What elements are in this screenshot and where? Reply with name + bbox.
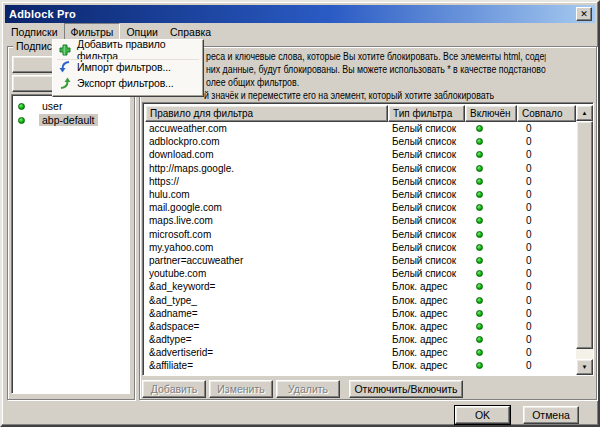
scrollbar-thumb[interactable] [576,121,593,349]
enabled-dot-icon [476,165,483,172]
table-row[interactable]: youtube.com Белый список 0 [145,267,576,280]
enabled-cell [465,228,517,241]
filter-type-cell: Блок. адрес [388,293,465,306]
toggle-button[interactable]: Отключить/Включить [349,380,463,398]
title-bar[interactable]: Adblock Pro ✕ [5,5,595,23]
filter-rule-cell: partner=accuweather [145,254,388,267]
menu-item-label: Импорт фильтров... [77,61,171,73]
filters-dropdown-menu: Добавить правило фильтра Импорт фильтров… [52,39,204,97]
info-text-line1: реса и ключевые слова, которые Вы хотите… [206,51,546,62]
filter-rule-cell: &affiliate= [145,359,388,372]
table-row[interactable]: &adname= Блок. адрес 0 [145,307,576,320]
filters-table: Правило для фильтра Тип фильтра Включён … [142,102,594,376]
subscriptions-list[interactable]: user abp-default [11,94,130,394]
table-row[interactable]: &adtype= Блок. адрес 0 [145,333,576,346]
filter-rule-cell: &ad_type_ [145,293,388,306]
table-row[interactable]: mail.google.com Белый список 0 [145,201,576,214]
cancel-button[interactable]: Отмена [523,406,579,424]
close-button[interactable]: ✕ [576,7,592,21]
filter-rule-cell: adblockpro.com [145,135,388,148]
add-filter-rule-icon [58,44,72,56]
enabled-cell [465,162,517,175]
menubar-item-label: Подписки [11,26,58,38]
filter-rule-cell: &adtype= [145,333,388,346]
filter-type-cell: Блок. адрес [388,373,465,375]
filter-type-cell: Белый список [388,188,465,201]
filter-rule-cell: hulu.com [145,188,388,201]
matched-cell: 0 [517,162,576,175]
enabled-dot-icon [476,217,483,224]
matched-cell: 0 [517,280,576,293]
enabled-cell [465,148,517,161]
header-filter-rule[interactable]: Правило для фильтра [145,105,388,122]
table-row[interactable]: &adspace= Блок. адрес 0 [145,320,576,333]
scroll-up-icon: ▲ [582,110,588,116]
filter-rule-cell: mail.google.com [145,201,388,214]
matched-cell: 0 [517,333,576,346]
table-row[interactable]: maps.live.com Белый список 0 [145,214,576,227]
table-row[interactable]: partner=accuweather Белый список 0 [145,254,576,267]
header-matched[interactable]: Совпало [517,105,576,122]
table-row[interactable]: microsoft.com Белый список 0 [145,228,576,241]
table-row[interactable]: &banner= Блок. адрес 0 [145,373,576,375]
scroll-up-button[interactable]: ▲ [576,105,593,121]
matched-cell: 0 [517,201,576,214]
subscription-list-item[interactable]: abp-default [12,113,129,127]
menubar-item-подписки[interactable]: Подписки [5,23,64,40]
menu-item-label: Экспорт фильтров... [77,77,174,89]
enabled-dot-icon [476,270,483,277]
table-row[interactable]: download.com Белый список 0 [145,148,576,161]
add-button[interactable]: Добавить [142,380,206,398]
menubar-item-label: Фильтры [71,26,114,38]
enabled-cell [465,333,517,346]
menu-item-export-filters[interactable]: Экспорт фильтров... [55,75,201,91]
matched-cell: 0 [517,228,576,241]
header-filter-type[interactable]: Тип фильтра [388,105,465,122]
matched-cell: 0 [517,188,576,201]
enabled-dot-icon [476,310,483,317]
subscription-label: abp-default [39,114,98,126]
scroll-down-icon: ▼ [582,364,588,370]
table-row[interactable]: adblockpro.com Белый список 0 [145,135,576,148]
enabled-dot-icon [476,323,483,330]
table-row[interactable]: accuweather.com Белый список 0 [145,122,576,135]
enabled-dot-icon [476,231,483,238]
menu-item-add-filter-rule[interactable]: Добавить правило фильтра [55,42,201,58]
enabled-cell [465,254,517,267]
vertical-scrollbar[interactable]: ▲ ▼ [576,105,593,375]
enabled-dot-icon [476,349,483,356]
subscription-list-item[interactable]: user [12,99,129,113]
edit-button[interactable]: Изменить [209,380,273,398]
header-enabled[interactable]: Включён [465,105,517,122]
enabled-cell [465,320,517,333]
filter-rule-cell: &advertiserid= [145,346,388,359]
filter-rule-cell: &adspace= [145,320,388,333]
filter-type-cell: Белый список [388,254,465,267]
filter-rule-cell: youtube.com [145,267,388,280]
filter-type-cell: Белый список [388,201,465,214]
table-row[interactable]: https:// Белый список 0 [145,175,576,188]
enabled-dot-icon [476,151,483,158]
enabled-dot-icon [476,138,483,145]
table-row[interactable]: my.yahoo.com Белый список 0 [145,241,576,254]
filter-rule-cell: &ad_keyword= [145,280,388,293]
filter-rule-cell: accuweather.com [145,122,388,135]
delete-button[interactable]: Удалить [276,380,340,398]
scroll-down-button[interactable]: ▼ [576,359,593,375]
filter-type-cell: Белый список [388,241,465,254]
matched-cell: 0 [517,214,576,227]
ok-button[interactable]: OK [455,406,510,424]
filter-rule-cell: my.yahoo.com [145,241,388,254]
filter-type-cell: Блок. адрес [388,280,465,293]
table-row[interactable]: &ad_keyword= Блок. адрес 0 [145,280,576,293]
matched-cell: 0 [517,135,576,148]
filter-rule-cell: microsoft.com [145,228,388,241]
table-row[interactable]: &affiliate= Блок. адрес 0 [145,359,576,372]
table-row[interactable]: hulu.com Белый список 0 [145,188,576,201]
enabled-dot-icon [476,244,483,251]
table-row[interactable]: &advertiserid= Блок. адрес 0 [145,346,576,359]
table-row[interactable]: &ad_type_ Блок. адрес 0 [145,293,576,306]
menu-item-import-filters[interactable]: Импорт фильтров... [55,59,201,75]
enabled-cell [465,214,517,227]
table-row[interactable]: http://maps.google. Белый список 0 [145,162,576,175]
